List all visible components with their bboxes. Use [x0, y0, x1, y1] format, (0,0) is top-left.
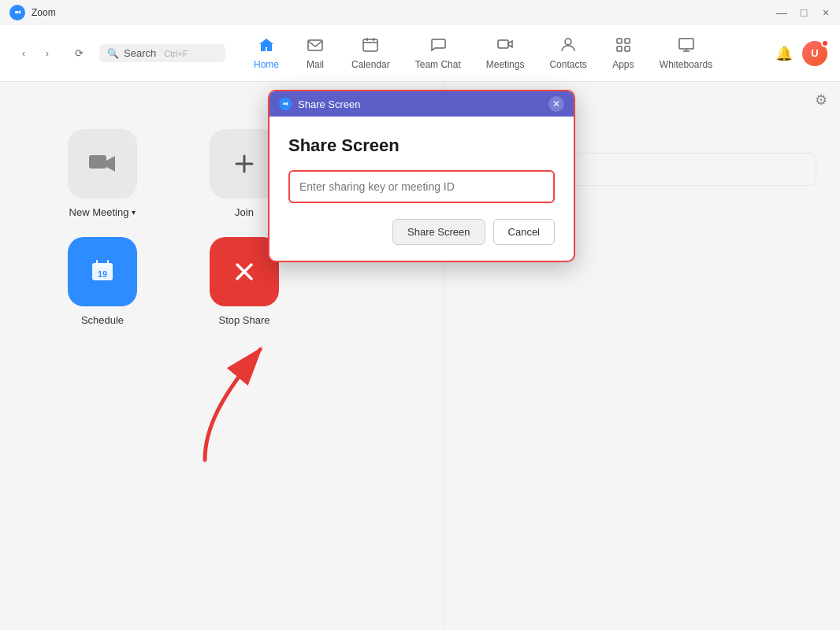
- dialog-titlebar: Share Screen ✕: [269, 91, 574, 117]
- search-text: Search: [124, 47, 156, 59]
- new-meeting-button[interactable]: New Meeting ▾: [47, 129, 158, 218]
- schedule-button[interactable]: 19 Schedule: [47, 237, 158, 326]
- nav-mail-label: Mail: [307, 59, 324, 70]
- svg-rect-9: [617, 39, 622, 43]
- nav-meetings-label: Meetings: [486, 59, 525, 70]
- app-title: Zoom: [32, 7, 56, 18]
- svg-rect-13: [679, 39, 693, 49]
- svg-rect-10: [625, 39, 630, 43]
- nav-apps[interactable]: Apps: [600, 32, 647, 75]
- settings-button[interactable]: ⚙: [815, 91, 827, 109]
- svg-rect-26: [284, 103, 286, 106]
- history-button[interactable]: ⟳: [68, 43, 90, 65]
- apps-icon: [615, 36, 632, 57]
- nav-apps-label: Apps: [612, 59, 634, 70]
- share-screen-dialog: Share Screen ✕ Share Screen Share Screen…: [268, 90, 575, 262]
- svg-rect-3: [308, 40, 322, 50]
- nav-items: Home Mail Calendar: [241, 32, 725, 75]
- minimize-button[interactable]: —: [777, 8, 786, 17]
- svg-point-8: [565, 39, 571, 45]
- nav-whiteboards-label: Whiteboards: [660, 59, 712, 70]
- main-content: ⚙ New Meeting ▾: [0, 82, 840, 630]
- whiteboards-icon: [678, 36, 695, 57]
- nav-arrows: ‹ ›: [13, 43, 58, 65]
- app-logo: [9, 5, 25, 20]
- avatar[interactable]: U: [802, 41, 827, 66]
- nav-contacts-label: Contacts: [549, 59, 586, 70]
- search-icon: 🔍: [107, 48, 119, 59]
- join-label: Join: [235, 206, 254, 218]
- nav-home-label: Home: [254, 59, 279, 70]
- dialog-close-button[interactable]: ✕: [548, 96, 564, 112]
- avatar-badge: [821, 39, 829, 47]
- stop-share-label: Stop Share: [218, 314, 269, 326]
- search-shortcut: Ctrl+F: [164, 49, 188, 58]
- dialog-body: Share Screen Share Screen Cancel: [269, 117, 574, 261]
- nav-meetings[interactable]: Meetings: [474, 32, 537, 75]
- nav-team-chat[interactable]: Team Chat: [403, 32, 474, 75]
- dialog-logo: [279, 98, 292, 110]
- notifications-button[interactable]: 🔔: [775, 45, 793, 62]
- nav-mail[interactable]: Mail: [292, 32, 339, 75]
- forward-button[interactable]: ›: [36, 43, 58, 65]
- window-controls: — □ ×: [777, 8, 831, 17]
- nav-team-chat-label: Team Chat: [415, 59, 461, 70]
- search-box[interactable]: 🔍 Search Ctrl+F: [99, 44, 225, 62]
- sharing-key-input[interactable]: [288, 170, 555, 203]
- svg-rect-12: [625, 46, 630, 51]
- dialog-heading: Share Screen: [288, 135, 555, 156]
- maximize-button[interactable]: □: [799, 8, 808, 17]
- nav-calendar[interactable]: Calendar: [339, 32, 403, 75]
- title-bar: Zoom — □ ×: [0, 0, 840, 25]
- meetings-icon: [496, 36, 514, 57]
- svg-rect-7: [498, 40, 508, 48]
- svg-rect-14: [89, 155, 106, 169]
- cancel-button[interactable]: Cancel: [493, 219, 555, 245]
- nav-whiteboards[interactable]: Whiteboards: [647, 32, 725, 75]
- schedule-label: Schedule: [81, 314, 124, 326]
- back-button[interactable]: ‹: [13, 43, 35, 65]
- mail-icon: [307, 36, 324, 57]
- new-meeting-label: New Meeting ▾: [69, 206, 136, 218]
- share-screen-button[interactable]: Share Screen: [392, 219, 485, 245]
- svg-text:19: 19: [98, 269, 107, 279]
- nav-bar: ‹ › ⟳ 🔍 Search Ctrl+F Home Mail: [0, 25, 840, 82]
- nav-right: 🔔 U: [775, 41, 827, 66]
- svg-rect-11: [617, 46, 622, 51]
- nav-calendar-label: Calendar: [351, 59, 390, 70]
- close-button[interactable]: ×: [821, 8, 831, 17]
- calendar-icon: [362, 36, 379, 57]
- schedule-icon-btn: 19: [68, 237, 137, 306]
- contacts-icon: [559, 36, 577, 57]
- dialog-buttons: Share Screen Cancel: [288, 219, 555, 245]
- svg-rect-18: [92, 263, 113, 269]
- home-icon: [258, 36, 275, 57]
- svg-rect-1: [15, 11, 18, 13]
- dialog-title: Share Screen: [298, 98, 542, 110]
- svg-rect-4: [363, 39, 377, 51]
- nav-contacts[interactable]: Contacts: [537, 32, 599, 75]
- team-chat-icon: [429, 36, 447, 57]
- nav-home[interactable]: Home: [241, 32, 292, 75]
- new-meeting-icon-btn: [68, 129, 137, 198]
